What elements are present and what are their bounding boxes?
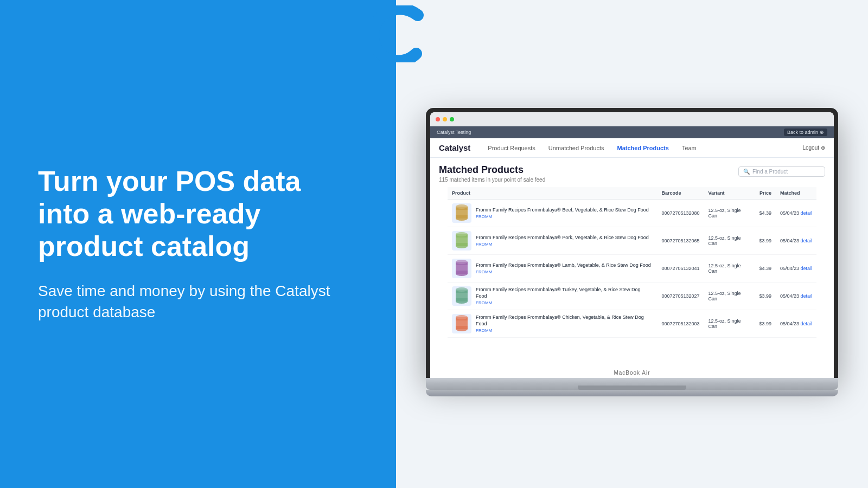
product-image (452, 286, 471, 306)
detail-link[interactable]: detail (800, 293, 812, 299)
search-box[interactable]: 🔍 Find a Product (738, 166, 825, 177)
product-price: $3.99 (755, 282, 776, 310)
svg-point-7 (456, 244, 468, 248)
admin-top-bar: Catalyst Testing Back to admin ⊕ (430, 126, 834, 138)
product-image (452, 203, 471, 223)
nav-logo: Catalyst (439, 143, 470, 152)
svg-rect-19 (456, 293, 468, 298)
product-matched: 05/04/23 detail (776, 310, 816, 338)
product-matched: 05/04/23 detail (776, 227, 816, 255)
product-variant: 12.5-oz, Single Can (704, 255, 755, 282)
close-dot (436, 117, 440, 121)
product-brand[interactable]: FROMM (476, 328, 653, 333)
product-brand[interactable]: FROMM (476, 214, 649, 219)
product-barcode: 00072705132027 (657, 282, 704, 310)
product-name: Fromm Family Recipes Frommbalaya® Beef, … (476, 207, 649, 214)
store-name: Catalyst Testing (437, 130, 471, 135)
page-header: Matched Products 115 matched items in yo… (430, 158, 834, 187)
logout-button[interactable]: Logout ⊕ (802, 145, 825, 151)
product-price: $3.99 (755, 310, 776, 338)
col-product: Product (448, 187, 657, 200)
product-image (452, 314, 471, 333)
product-price: $4.39 (755, 200, 776, 227)
laptop-base (426, 378, 838, 390)
minimize-dot (443, 117, 447, 121)
laptop-screen: Catalyst Testing Back to admin ⊕ Catalys… (426, 108, 838, 378)
page-title: Matched Products (439, 164, 545, 176)
browser-chrome (430, 112, 834, 126)
products-table-wrap: Product Barcode Variant Price Matched (430, 187, 834, 338)
product-price: $4.39 (755, 255, 776, 282)
nav-bar: Catalyst Product Requests Unmatched Prod… (430, 138, 834, 158)
product-name: Fromm Family Recipes Frommbalaya® Lamb, … (476, 262, 651, 269)
col-variant: Variant (704, 187, 755, 200)
maximize-dot (450, 117, 454, 121)
laptop-mockup: Catalyst Testing Back to admin ⊕ Catalys… (426, 108, 838, 396)
product-price: $3.99 (755, 227, 776, 255)
svg-point-23 (456, 315, 468, 319)
table-row: Fromm Family Recipes Frommbalaya® Lamb, … (448, 255, 816, 282)
detail-link[interactable]: detail (800, 238, 812, 243)
product-barcode: 00072705132003 (657, 310, 704, 338)
catalyst-logo (372, 5, 426, 65)
svg-point-12 (456, 272, 468, 276)
product-brand[interactable]: FROMM (476, 300, 653, 305)
table-row: Fromm Family Recipes Frommbalaya® Beef, … (448, 200, 816, 227)
table-row: Fromm Family Recipes Frommbalaya® Pork, … (448, 227, 816, 255)
col-barcode: Barcode (657, 187, 704, 200)
product-image (452, 259, 471, 278)
hero-title: Turn your POS data into a web-ready prod… (38, 165, 358, 262)
table-row: Fromm Family Recipes Frommbalaya® Turkey… (448, 282, 816, 310)
product-variant: 12.5-oz, Single Can (704, 227, 755, 255)
svg-rect-24 (456, 320, 468, 326)
svg-point-3 (456, 204, 468, 209)
svg-point-17 (456, 299, 468, 304)
svg-rect-9 (456, 237, 468, 243)
products-table: Product Barcode Variant Price Matched (448, 187, 816, 338)
laptop-foot (426, 390, 838, 396)
search-placeholder: Find a Product (752, 169, 788, 175)
hero-subtitle: Save time and money by using the Catalys… (38, 280, 358, 323)
product-image (452, 231, 471, 251)
nav-unmatched-products[interactable]: Unmatched Products (548, 145, 604, 151)
nav-matched-products[interactable]: Matched Products (617, 145, 669, 151)
product-brand[interactable]: FROMM (476, 242, 649, 247)
detail-link[interactable]: detail (800, 321, 812, 326)
detail-link[interactable]: detail (800, 266, 812, 271)
product-brand[interactable]: FROMM (476, 269, 651, 274)
svg-point-18 (456, 287, 468, 292)
svg-point-8 (456, 232, 468, 236)
product-barcode: 00072705132065 (657, 227, 704, 255)
macbook-label: MacBook Air (614, 370, 650, 376)
svg-rect-14 (456, 265, 468, 271)
product-name: Fromm Family Recipes Frommbalaya® Turkey… (476, 287, 653, 299)
page-title-block: Matched Products 115 matched items in yo… (439, 164, 545, 183)
search-icon: 🔍 (743, 169, 750, 175)
svg-point-13 (456, 260, 468, 264)
laptop-hinge (578, 386, 686, 390)
col-price: Price (755, 187, 776, 200)
product-matched: 05/04/23 detail (776, 282, 816, 310)
app-content: Catalyst Testing Back to admin ⊕ Catalys… (430, 126, 834, 378)
svg-point-2 (456, 216, 468, 221)
left-panel: Turn your POS data into a web-ready prod… (0, 0, 396, 488)
product-barcode: 00072705132080 (657, 200, 704, 227)
detail-link[interactable]: detail (800, 210, 812, 216)
product-variant: 12.5-oz, Single Can (704, 200, 755, 227)
product-name: Fromm Family Recipes Frommbalaya® Pork, … (476, 235, 649, 241)
col-matched: Matched (776, 187, 816, 200)
product-variant: 12.5-oz, Single Can (704, 310, 755, 338)
page-subtitle: 115 matched items in your point of sale … (439, 177, 545, 183)
nav-product-requests[interactable]: Product Requests (488, 145, 535, 151)
svg-point-22 (456, 327, 468, 331)
product-barcode: 00072705132041 (657, 255, 704, 282)
back-to-admin-button[interactable]: Back to admin ⊕ (784, 129, 827, 136)
nav-team[interactable]: Team (682, 145, 697, 151)
right-panel: Catalyst Testing Back to admin ⊕ Catalys… (396, 0, 868, 488)
product-name: Fromm Family Recipes Frommbalaya® Chicke… (476, 314, 653, 327)
product-matched: 05/04/23 detail (776, 200, 816, 227)
product-variant: 12.5-oz, Single Can (704, 282, 755, 310)
product-matched: 05/04/23 detail (776, 255, 816, 282)
svg-rect-4 (456, 210, 468, 215)
table-row: Fromm Family Recipes Frommbalaya® Chicke… (448, 310, 816, 338)
